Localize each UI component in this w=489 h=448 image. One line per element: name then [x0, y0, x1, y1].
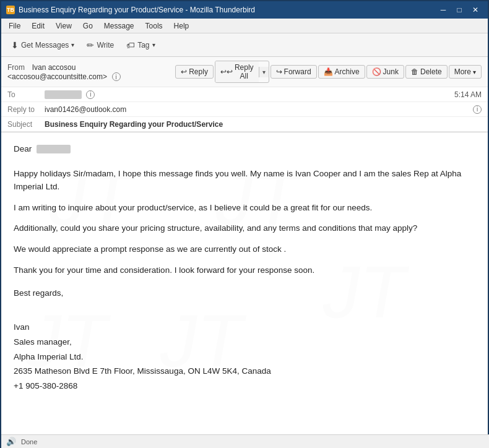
to-info-icon[interactable]: i: [86, 90, 95, 99]
sig-phone: +1 905-380-2868: [14, 379, 475, 393]
reply-all-split: ↩↩ Reply All ▾: [215, 61, 269, 83]
body-para2: I am writing to inquire about your produ…: [14, 201, 475, 215]
reply-to-field: Reply to ivan01426@outlook.com i: [1, 102, 488, 117]
sig-title: Sales manager,: [14, 335, 475, 349]
subject-field: Subject Business Enquiry Regarding your …: [1, 117, 488, 132]
from-info-icon[interactable]: i: [112, 72, 121, 81]
menu-go[interactable]: Go: [78, 20, 98, 32]
reply-all-icon: ↩↩: [220, 67, 233, 76]
sig-name: Ivan: [14, 321, 475, 334]
archive-icon: 📥: [324, 67, 333, 76]
write-button[interactable]: ✏ Write: [82, 38, 119, 53]
reply-label: Reply: [189, 67, 208, 76]
menu-tools[interactable]: Tools: [141, 20, 168, 32]
menu-help[interactable]: Help: [169, 20, 194, 32]
archive-label: Archive: [335, 67, 360, 76]
sig-address: 2635 Matheson Blvd E 7th Floor, Mississa…: [14, 364, 475, 378]
app-icon: TB: [6, 6, 15, 14]
status-text: Done: [21, 438, 37, 446]
get-messages-icon: ⬇: [11, 40, 19, 50]
body-para1: Happy holidays Sir/madam, I hope this me…: [14, 167, 475, 194]
status-bar: 🔊 Done: [1, 434, 489, 448]
name-redacted: [37, 145, 71, 153]
to-redacted: [45, 90, 82, 99]
minimize-button[interactable]: ─: [436, 4, 451, 16]
delete-icon: 🗑: [411, 67, 418, 76]
body-para5: Thank you for your time and consideratio…: [14, 264, 475, 277]
action-buttons: ↩ Reply ↩↩ Reply All ▾ ↪ Forward 📥 Archi…: [175, 61, 482, 83]
title-bar-left: TB Business Enquiry Regarding your Produ…: [6, 6, 255, 14]
reply-to-value: ivan01426@outlook.com: [45, 105, 470, 114]
forward-label: Forward: [284, 67, 311, 76]
menu-bar: File Edit View Go Message Tools Help: [1, 19, 488, 33]
status-icon: 🔊: [6, 437, 16, 446]
more-button[interactable]: More ▾: [449, 65, 482, 79]
reply-all-dropdown-button[interactable]: ▾: [259, 67, 269, 77]
body-para4: We would appreciate a prompt response as…: [14, 243, 475, 256]
tag-button[interactable]: 🏷 Tag ▾: [121, 38, 160, 53]
window-title: Business Enquiry Regarding your Product/…: [19, 6, 255, 14]
write-label: Write: [97, 41, 114, 50]
get-messages-label: Get Messages: [21, 41, 69, 50]
main-toolbar: ⬇ Get Messages ▾ ✏ Write 🏷 Tag ▾: [1, 33, 488, 57]
tag-dropdown-icon: ▾: [152, 41, 155, 48]
write-icon: ✏: [87, 40, 94, 50]
more-label: More: [454, 67, 471, 76]
email-header: From Ivan accosou <accosou@accountsitte.…: [1, 57, 488, 132]
reply-icon: ↩: [181, 67, 187, 76]
tag-label: Tag: [137, 41, 149, 50]
reply-to-label: Reply to: [7, 105, 45, 114]
more-dropdown-icon: ▾: [473, 69, 476, 75]
to-label: To: [7, 90, 45, 99]
window-controls: ─ □ ✕: [436, 4, 483, 16]
from-action-row: From Ivan accosou <accosou@accountsitte.…: [1, 57, 488, 87]
maximize-button[interactable]: □: [452, 4, 467, 16]
get-messages-dropdown-icon: ▾: [71, 41, 74, 48]
close-button[interactable]: ✕: [468, 4, 483, 16]
subject-value: Business Enquiry Regarding your Product/…: [45, 120, 482, 129]
from-field: From Ivan accosou <accosou@accountsitte.…: [7, 62, 175, 82]
sig-regards: Best regards,: [14, 286, 475, 300]
forward-button[interactable]: ↪ Forward: [270, 65, 317, 79]
delete-label: Delete: [420, 67, 442, 76]
subject-label: Subject: [7, 120, 45, 129]
tag-icon: 🏷: [126, 40, 135, 50]
menu-view[interactable]: View: [51, 20, 77, 32]
greeting: Dear: [14, 142, 475, 156]
menu-message[interactable]: Message: [99, 20, 139, 32]
archive-button[interactable]: 📥 Archive: [318, 65, 365, 79]
signature: Best regards, Ivan Sales manager, Alpha …: [14, 286, 475, 392]
reply-to-info-icon[interactable]: i: [473, 105, 482, 114]
delete-button[interactable]: 🗑 Delete: [405, 65, 448, 79]
email-body: JT JT JT JT JT Dear Happy holidays Sir/m…: [1, 132, 488, 441]
forward-icon: ↪: [276, 67, 282, 76]
to-field: To i 5:14 AM: [1, 87, 488, 102]
email-time: 5:14 AM: [454, 90, 482, 99]
junk-label: Junk: [383, 67, 399, 76]
get-messages-button[interactable]: ⬇ Get Messages ▾: [6, 38, 79, 53]
reply-all-button[interactable]: ↩↩ Reply All: [215, 61, 259, 82]
reply-button[interactable]: ↩ Reply: [175, 65, 214, 79]
from-label: From: [7, 63, 25, 72]
reply-all-label: Reply All: [235, 63, 254, 80]
greeting-text: Dear: [14, 144, 32, 153]
junk-button[interactable]: 🚫 Junk: [366, 65, 404, 79]
to-value: i: [45, 90, 454, 99]
junk-icon: 🚫: [372, 67, 381, 76]
menu-file[interactable]: File: [4, 20, 25, 32]
sig-company: Alpha Imperial Ltd.: [14, 350, 475, 364]
menu-edit[interactable]: Edit: [27, 20, 50, 32]
body-para3: Additionally, could you share your prici…: [14, 222, 475, 235]
title-bar: TB Business Enquiry Regarding your Produ…: [1, 1, 488, 19]
